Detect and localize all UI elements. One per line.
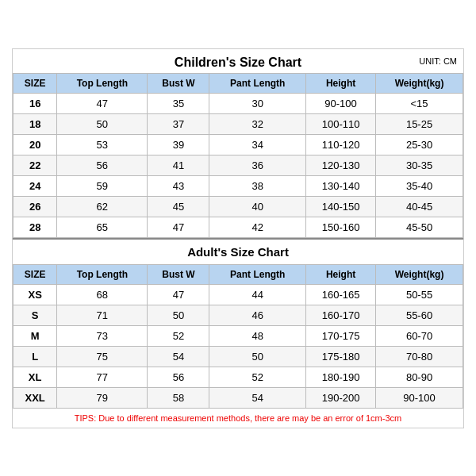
table-cell: 48 — [209, 325, 306, 346]
table-cell: 36 — [209, 155, 306, 175]
table-cell: 55-60 — [376, 305, 463, 325]
table-cell: 110-120 — [306, 134, 376, 155]
table-cell: 28 — [13, 217, 57, 237]
table-cell: 41 — [148, 155, 209, 175]
table-cell: 45-50 — [376, 217, 463, 237]
table-cell: 160-165 — [306, 284, 376, 305]
table-cell: XXL — [13, 387, 57, 408]
table-cell: 56 — [57, 155, 148, 175]
table-cell: 22 — [13, 155, 57, 175]
col-header-bustw-ad: Bust W — [148, 264, 209, 284]
table-cell: 50 — [209, 346, 306, 367]
table-cell: 15-25 — [376, 113, 463, 134]
col-header-height-ad: Height — [306, 264, 376, 284]
table-row: S715046160-17055-60 — [13, 305, 463, 325]
col-header-toplength-ch: Top Length — [57, 73, 148, 93]
table-cell: 47 — [148, 284, 209, 305]
col-header-toplength-ad: Top Length — [57, 264, 148, 284]
table-row: 1647353090-100<15 — [13, 93, 463, 113]
table-cell: 47 — [148, 217, 209, 237]
col-header-height-ch: Height — [306, 73, 376, 93]
table-cell: 46 — [209, 305, 306, 325]
table-cell: 73 — [57, 325, 148, 346]
adult-table-header: SIZE Top Length Bust W Pant Length Heigh… — [13, 264, 463, 284]
col-header-size-ch: SIZE — [13, 73, 57, 93]
table-cell: 140-150 — [306, 196, 376, 217]
adult-size-table: SIZE Top Length Bust W Pant Length Heigh… — [13, 264, 463, 409]
table-cell: 54 — [209, 387, 306, 408]
table-cell: 26 — [13, 196, 57, 217]
table-cell: 190-200 — [306, 387, 376, 408]
table-cell: 43 — [148, 175, 209, 196]
table-row: 28654742150-16045-50 — [13, 217, 463, 237]
adult-chart-title: Adult's Size Chart — [13, 238, 463, 264]
table-cell: 100-110 — [306, 113, 376, 134]
table-cell: 68 — [57, 284, 148, 305]
table-cell: 38 — [209, 175, 306, 196]
table-row: 18503732100-11015-25 — [13, 113, 463, 134]
table-cell: L — [13, 346, 57, 367]
table-cell: 62 — [57, 196, 148, 217]
tips-text: TIPS: Due to different measurement metho… — [13, 409, 463, 428]
col-header-bustw-ch: Bust W — [148, 73, 209, 93]
table-cell: 59 — [57, 175, 148, 196]
table-cell: M — [13, 325, 57, 346]
table-cell: S — [13, 305, 57, 325]
table-row: M735248170-17560-70 — [13, 325, 463, 346]
table-cell: 18 — [13, 113, 57, 134]
table-cell: 25-30 — [376, 134, 463, 155]
col-header-size-ad: SIZE — [13, 264, 57, 284]
table-cell: 50 — [148, 305, 209, 325]
table-cell: 39 — [148, 134, 209, 155]
table-row: L755450175-18070-80 — [13, 346, 463, 367]
col-header-pantlength-ad: Pant Length — [209, 264, 306, 284]
size-chart-container: Children's Size Chart UNIT: CM SIZE Top … — [12, 48, 464, 428]
table-cell: 30 — [209, 93, 306, 113]
table-cell: 16 — [13, 93, 57, 113]
table-cell: 50-55 — [376, 284, 463, 305]
table-row: XS684744160-16550-55 — [13, 284, 463, 305]
table-cell: 120-130 — [306, 155, 376, 175]
table-cell: 175-180 — [306, 346, 376, 367]
table-cell: 35-40 — [376, 175, 463, 196]
table-cell: 90-100 — [376, 387, 463, 408]
table-cell: 34 — [209, 134, 306, 155]
table-cell: 52 — [148, 325, 209, 346]
table-cell: 47 — [57, 93, 148, 113]
table-row: XXL795854190-20090-100 — [13, 387, 463, 408]
table-cell: 90-100 — [306, 93, 376, 113]
table-cell: 150-160 — [306, 217, 376, 237]
table-cell: 24 — [13, 175, 57, 196]
table-cell: 35 — [148, 93, 209, 113]
table-cell: 50 — [57, 113, 148, 134]
table-row: 22564136120-13030-35 — [13, 155, 463, 175]
adult-table-body: XS684744160-16550-55S715046160-17055-60M… — [13, 284, 463, 408]
table-cell: 52 — [209, 367, 306, 387]
table-row: 26624540140-15040-45 — [13, 196, 463, 217]
table-cell: 53 — [57, 134, 148, 155]
table-cell: 54 — [148, 346, 209, 367]
table-cell: 30-35 — [376, 155, 463, 175]
children-chart-title: Children's Size Chart UNIT: CM — [13, 49, 463, 73]
table-cell: 37 — [148, 113, 209, 134]
table-cell: 44 — [209, 284, 306, 305]
table-cell: 130-140 — [306, 175, 376, 196]
table-cell: 180-190 — [306, 367, 376, 387]
table-cell: 65 — [57, 217, 148, 237]
children-table-body: 1647353090-100<1518503732100-11015-25205… — [13, 93, 463, 237]
col-header-pantlength-ch: Pant Length — [209, 73, 306, 93]
children-title-text: Children's Size Chart — [175, 56, 301, 69]
table-cell: 40-45 — [376, 196, 463, 217]
table-cell: 75 — [57, 346, 148, 367]
table-cell: 56 — [148, 367, 209, 387]
table-cell: 32 — [209, 113, 306, 134]
table-row: XL775652180-19080-90 — [13, 367, 463, 387]
children-table-header: SIZE Top Length Bust W Pant Length Heigh… — [13, 73, 463, 93]
table-cell: 60-70 — [376, 325, 463, 346]
table-cell: XL — [13, 367, 57, 387]
col-header-weight-ch: Weight(kg) — [376, 73, 463, 93]
children-size-table: SIZE Top Length Bust W Pant Length Heigh… — [13, 73, 463, 238]
table-cell: 70-80 — [376, 346, 463, 367]
table-cell: 79 — [57, 387, 148, 408]
adult-title-text: Adult's Size Chart — [187, 245, 289, 259]
